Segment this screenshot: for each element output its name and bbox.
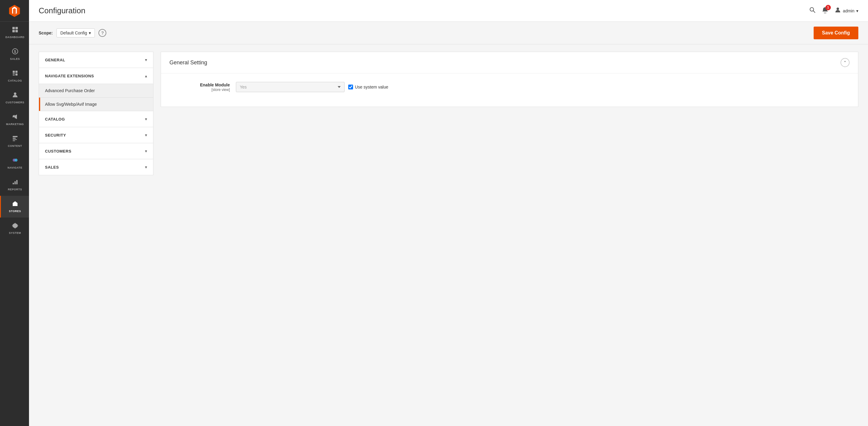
accordion-security-chevron-icon: ▾ [145,133,147,138]
sidebar-item-dashboard-label: DASHBOARD [5,36,25,39]
sidebar-item-navigate-label: NAVIGATE [7,166,22,170]
svg-rect-3 [16,30,18,32]
sidebar-item-customers[interactable]: CUSTOMERS [0,87,29,109]
accordion-sales-header[interactable]: SALES ▾ [39,159,153,175]
svg-rect-14 [13,139,17,140]
accordion-sales: SALES ▾ [39,159,153,175]
accordion-sales-chevron-icon: ▾ [145,165,147,170]
accordion-general-title: GENERAL [45,58,65,62]
topbar-actions: 1 admin ▾ [809,7,858,15]
enable-module-select[interactable]: Yes No [236,82,345,92]
svg-rect-0 [12,27,15,29]
sidebar-item-stores[interactable]: STORES [0,196,29,217]
config-layout: GENERAL ▾ NAVIGATE EXTENSIONS ▴ Advanced… [29,44,868,182]
sidebar-item-catalog-label: CATALOG [8,79,22,83]
magento-logo-icon [8,4,21,18]
sidebar-item-system[interactable]: SYSTEM [0,217,29,239]
admin-username: admin [843,8,855,13]
accordion-sales-title: SALES [45,165,59,170]
sales-icon: $ [12,48,19,56]
customers-icon [12,92,19,100]
svg-rect-10 [16,73,18,75]
sidebar: DASHBOARD $ SALES CATALOG CUSTOMERS MARK… [0,0,29,426]
accordion-navigate-extensions-title: NAVIGATE EXTENSIONS [45,74,94,78]
accordion-security: SECURITY ▾ [39,127,153,143]
svg-rect-18 [13,183,14,184]
enable-module-label-block: Enable Module [store view] [169,82,230,92]
use-system-value-checkbox[interactable] [348,85,353,89]
search-button[interactable] [809,7,816,15]
navigate-extensions-sub-items: Advanced Purchase Order Allow Svg/Webp/A… [39,84,153,111]
sidebar-item-content-label: CONTENT [8,145,22,148]
scope-bar: Scope: Default Config ▾ ? Save Config [29,22,868,44]
enable-module-sublabel: [store view] [169,88,230,92]
collapse-section-button[interactable]: ⌃ [840,58,849,67]
marketing-icon [12,113,19,121]
svg-line-23 [813,10,815,13]
svg-rect-19 [14,181,16,184]
content-area: Scope: Default Config ▾ ? Save Config GE… [29,22,868,426]
sub-item-advanced-purchase-order[interactable]: Advanced Purchase Order [39,84,153,98]
sidebar-item-system-label: SYSTEM [9,232,21,235]
sidebar-item-marketing-label: MARKETING [6,123,24,126]
use-system-value-text: Use system value [355,85,388,89]
scope-select[interactable]: Default Config ▾ [57,28,95,37]
form-row-enable-module: Enable Module [store view] Yes No Use sy… [169,82,849,92]
sub-item-allow-svg[interactable]: Allow Svg/Webp/Avif Image [39,98,153,111]
scope-value: Default Config [60,31,87,35]
scope-label: Scope: [39,31,53,35]
admin-avatar-icon [835,7,841,15]
accordion-customers: CUSTOMERS ▾ [39,143,153,159]
admin-user-menu[interactable]: admin ▾ [835,7,858,15]
sidebar-item-marketing[interactable]: MARKETING [0,109,29,130]
accordion-security-header[interactable]: SECURITY ▾ [39,127,153,143]
sidebar-item-catalog[interactable]: CATALOG [0,65,29,87]
sidebar-item-reports-label: REPORTS [8,188,22,191]
svg-point-17 [14,159,18,162]
svg-rect-7 [16,71,18,73]
sidebar-item-content[interactable]: CONTENT [0,130,29,152]
sidebar-item-sales-label: SALES [10,57,20,61]
scope-chevron-icon: ▾ [89,31,91,35]
notification-button[interactable]: 1 [822,7,829,15]
svg-rect-21 [14,204,16,206]
accordion-catalog: CATALOG ▾ [39,111,153,127]
main-content: Configuration 1 admin ▾ Scope: [29,0,868,426]
help-icon[interactable]: ? [98,29,106,37]
svg-rect-8 [13,73,15,74]
accordion-navigate-extensions: NAVIGATE EXTENSIONS ▴ Advanced Purchase … [39,68,153,111]
section-title: General Setting [169,60,207,66]
sidebar-item-sales[interactable]: $ SALES [0,43,29,65]
accordion-navigate-extensions-chevron-icon: ▴ [145,73,147,78]
use-system-value-label[interactable]: Use system value [348,85,388,89]
svg-point-24 [837,7,839,10]
svg-text:$: $ [14,50,16,54]
sidebar-item-dashboard[interactable]: DASHBOARD [0,22,29,43]
accordion-general: GENERAL ▾ [39,52,153,68]
accordion-catalog-chevron-icon: ▾ [145,117,147,121]
accordion-customers-chevron-icon: ▾ [145,149,147,153]
system-icon [12,222,19,230]
sidebar-item-navigate[interactable]: NAVIGATE [0,152,29,174]
admin-dropdown-icon: ▾ [856,8,858,13]
enable-module-label: Enable Module [200,83,230,87]
sidebar-item-reports[interactable]: REPORTS [0,174,29,196]
accordion-catalog-header[interactable]: CATALOG ▾ [39,111,153,127]
accordion-security-title: SECURITY [45,133,66,138]
collapse-chevron-icon: ⌃ [843,60,847,65]
svg-rect-12 [13,136,18,137]
svg-rect-1 [16,27,18,29]
accordion-navigate-extensions-header[interactable]: NAVIGATE EXTENSIONS ▴ [39,68,153,84]
navigate-icon [12,157,19,165]
sidebar-item-stores-label: STORES [9,210,21,213]
section-content: Enable Module [store view] Yes No Use sy… [161,73,858,106]
sidebar-item-customers-label: CUSTOMERS [6,101,25,104]
accordion-general-header[interactable]: GENERAL ▾ [39,52,153,68]
section-header: General Setting ⌃ [161,52,858,73]
scope-left: Scope: Default Config ▾ ? [39,28,106,37]
accordion-catalog-title: CATALOG [45,117,65,121]
accordion-customers-header[interactable]: CUSTOMERS ▾ [39,143,153,159]
accordion-customers-title: CUSTOMERS [45,149,71,153]
save-config-button[interactable]: Save Config [814,27,858,39]
svg-point-22 [810,7,814,11]
